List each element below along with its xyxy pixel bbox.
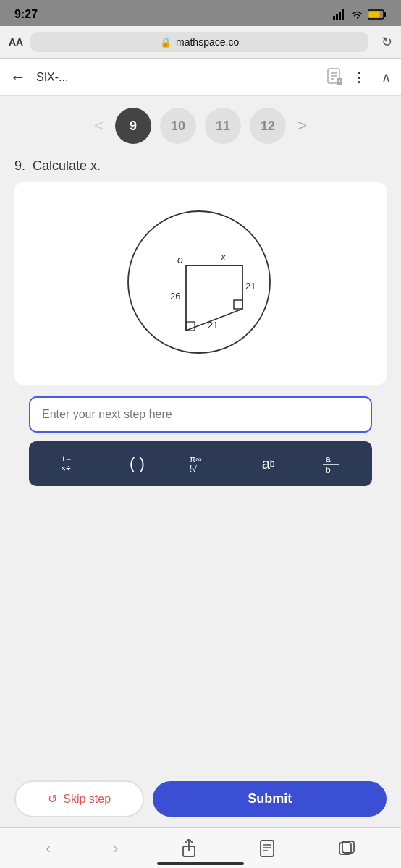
bottom-actions: ↺ Skip step Submit [0,770,401,827]
svg-text:a: a [326,454,331,464]
url-text: mathspace.co [176,36,239,48]
page-content: < 9 10 11 12 > 9. Calculate x. [0,96,401,868]
svg-rect-34 [261,841,274,856]
wifi-icon [350,9,363,20]
header-icons: ⋮ ∧ [325,67,391,88]
browser-bar: AA 🔒 mathspace.co ↻ [0,26,401,58]
svg-rect-2 [339,12,341,20]
lock-icon: 🔒 [160,37,172,48]
url-bar[interactable]: 🔒 mathspace.co [30,32,368,52]
svg-text:×÷: ×÷ [61,464,71,474]
math-pi-button[interactable]: π∞ !√ [182,448,224,479]
geometry-diagram: o x 21 26 21 [114,197,287,370]
reload-icon[interactable]: ↻ [381,34,392,50]
battery-icon [368,9,387,20]
back-button[interactable]: ← [10,68,26,87]
skip-icon: ↺ [48,792,57,806]
question-navigation: < 9 10 11 12 > [0,96,401,156]
math-ops-button[interactable]: +− ×÷ [52,448,93,479]
question-bubble-12[interactable]: 12 [250,108,286,144]
submit-button[interactable]: Submit [153,781,387,817]
math-power-button[interactable]: ab [253,451,284,477]
more-options-icon[interactable]: ⋮ [353,69,367,85]
svg-rect-6 [369,12,380,18]
status-icons [333,9,387,20]
svg-text:+−: +− [61,454,71,464]
svg-text:21: 21 [245,281,256,292]
signal-icon [333,9,346,20]
document-icon[interactable] [325,67,345,88]
browser-aa[interactable]: AA [9,36,23,48]
svg-rect-3 [342,9,344,20]
chevron-up-icon[interactable]: ∧ [381,69,391,85]
step-input[interactable] [29,396,372,433]
home-indicator [157,862,244,865]
prev-question-button[interactable]: < [91,114,106,138]
math-toolbar: +− ×÷ ( ) π∞ !√ ab [29,441,372,486]
svg-text:x: x [220,251,227,263]
header-title: SIX-... [36,71,68,84]
status-time: 9:27 [14,8,38,21]
ios-share-button[interactable] [169,833,208,864]
svg-text:!√: !√ [190,464,197,474]
question-bubble-11[interactable]: 11 [205,108,241,144]
question-bubble-10[interactable]: 10 [160,108,196,144]
svg-rect-15 [234,300,242,309]
question-text: Calculate x. [33,158,101,173]
question-area: 9. Calculate x. [0,156,401,498]
app-header: ← SIX-... ⋮ ∧ [0,59,401,96]
ios-tabs-button[interactable] [326,834,367,863]
svg-text:o: o [177,254,183,265]
svg-rect-1 [336,14,338,20]
question-number: 9. [14,158,25,173]
diagram-card: o x 21 26 21 [14,182,387,385]
svg-rect-0 [333,16,335,20]
math-parens-button[interactable]: ( ) [121,450,153,477]
skip-label: Skip step [63,793,111,806]
svg-text:π∞: π∞ [190,454,202,464]
next-question-button[interactable]: > [295,114,310,138]
svg-rect-5 [384,12,387,17]
status-bar: 9:27 [0,0,401,26]
ios-forward-button[interactable]: › [101,834,130,862]
math-fraction-button[interactable]: a b [313,448,349,479]
svg-text:b: b [326,465,331,475]
browser-chrome: AA 🔒 mathspace.co ↻ [0,26,401,59]
ios-back-button[interactable]: ‹ [34,834,62,862]
skip-step-button[interactable]: ↺ Skip step [14,780,144,817]
question-bubble-9[interactable]: 9 [115,108,151,144]
answer-area: +− ×÷ ( ) π∞ !√ ab [14,396,387,486]
question-label: 9. Calculate x. [14,158,387,174]
svg-text:21: 21 [208,320,218,331]
ios-bookmarks-button[interactable] [248,833,287,864]
svg-text:26: 26 [170,291,180,302]
